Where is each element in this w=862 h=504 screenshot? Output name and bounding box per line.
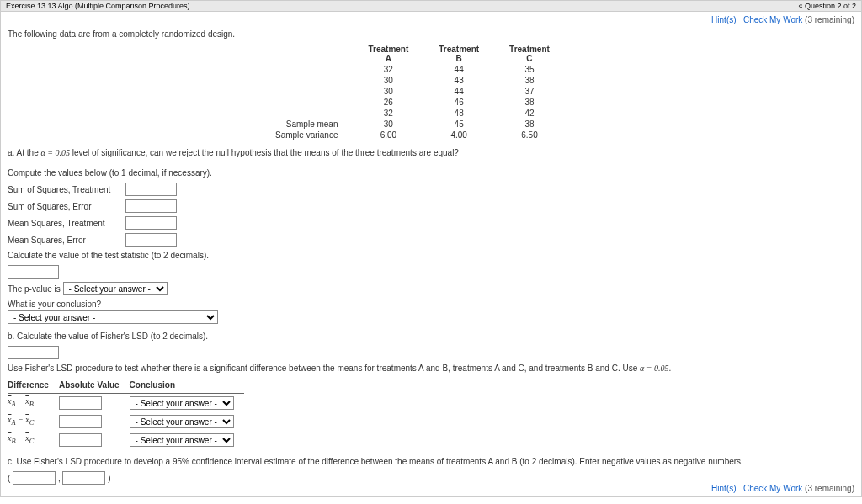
input-fisher-lsd[interactable]	[8, 346, 59, 359]
question-nav[interactable]: « Question 2 of 2	[798, 2, 856, 10]
input-ci-lower[interactable]	[13, 471, 56, 485]
label-ms-treatment: Mean Squares, Treatment	[8, 218, 125, 230]
diff-row-bc: xB − xC - Select your answer -	[8, 431, 244, 449]
input-ms-treatment[interactable]	[125, 216, 177, 230]
diff-row-ab: xA − xB - Select your answer -	[8, 394, 244, 413]
attempts-remaining-bottom: (3 remaining)	[805, 484, 854, 493]
part-b: b. Calculate the value of Fisher's LSD (…	[8, 331, 854, 449]
table-row: 304437	[260, 86, 565, 97]
label-ms-error: Mean Squares, Error	[8, 235, 125, 247]
attempts-remaining: (3 remaining)	[805, 15, 854, 24]
difference-table: Difference Absolute Value Conclusion xA …	[8, 378, 244, 449]
select-conc-ac[interactable]: - Select your answer -	[130, 415, 234, 428]
data-table: TreatmentA TreatmentB TreatmentC 324435 …	[260, 44, 565, 141]
input-ms-error[interactable]	[125, 233, 177, 247]
select-pvalue[interactable]: - Select your answer -	[63, 282, 168, 295]
table-row: 264638	[260, 97, 565, 108]
th-conclusion: Conclusion	[130, 378, 244, 394]
col-header-b: TreatmentB	[423, 44, 494, 64]
col-header-c: TreatmentC	[494, 44, 565, 64]
check-my-work-link-bottom[interactable]: Check My Work	[743, 484, 802, 493]
table-row: 324842	[260, 108, 565, 119]
input-test-statistic[interactable]	[8, 265, 59, 279]
select-conclusion[interactable]: - Select your answer -	[8, 310, 218, 324]
calc-stat-text: Calculate the value of the test statisti…	[8, 250, 854, 262]
select-conc-bc[interactable]: - Select your answer -	[130, 433, 234, 447]
sample-mean-row: Sample mean304538	[260, 119, 565, 130]
diff-row-ac: xA − xC - Select your answer -	[8, 412, 244, 431]
intro-text: The following data are from a completely…	[8, 29, 854, 39]
conclusion-label: What is your conclusion?	[8, 299, 854, 310]
select-conc-ab[interactable]: - Select your answer -	[130, 396, 234, 410]
input-ss-treatment[interactable]	[125, 183, 177, 196]
pvalue-label: The p-value is	[8, 284, 63, 294]
input-abs-ab[interactable]	[59, 396, 102, 410]
table-row: 324435	[260, 64, 565, 75]
th-absolute-value: Absolute Value	[59, 378, 130, 394]
compute-note: Compute the values below (to 1 decimal, …	[8, 167, 854, 179]
input-abs-bc[interactable]	[59, 433, 102, 447]
th-difference: Difference	[8, 378, 59, 394]
input-ss-error[interactable]	[125, 199, 177, 213]
table-row: 304338	[260, 75, 565, 86]
exercise-title: Exercise 13.13 Algo (Multiple Comparison…	[6, 2, 190, 10]
hints-link-bottom[interactable]: Hint(s)	[711, 484, 736, 493]
label-ss-error: Sum of Squares, Error	[8, 201, 125, 213]
sample-variance-row: Sample variance6.004.006.50	[260, 130, 565, 141]
check-my-work-link[interactable]: Check My Work	[743, 15, 802, 24]
part-c: c. Use Fisher's LSD procedure to develop…	[8, 456, 854, 485]
input-abs-ac[interactable]	[59, 415, 102, 428]
hints-link[interactable]: Hint(s)	[711, 15, 736, 24]
input-ci-upper[interactable]	[62, 471, 105, 485]
col-header-a: TreatmentA	[353, 44, 423, 64]
label-ss-treatment: Sum of Squares, Treatment	[8, 184, 125, 196]
part-a: a. At the α = 0.05 level of significance…	[8, 147, 854, 324]
